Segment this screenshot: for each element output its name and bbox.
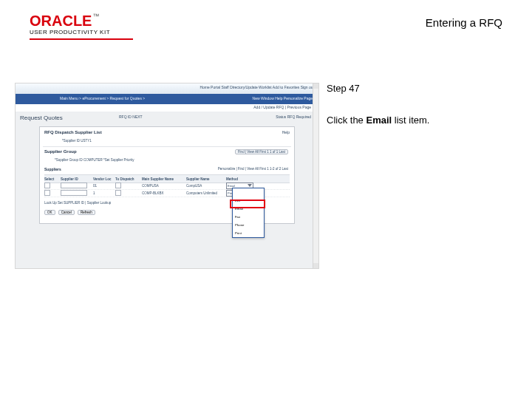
cell-supplier-name: CompUSA	[186, 184, 226, 188]
th-supplier-id: Supplier ID	[61, 177, 93, 181]
th-vendor: Vendor Loc	[93, 177, 115, 181]
modal-fieldrow: *Supplier Group ID COMPUTER *Set Supplie…	[55, 158, 134, 162]
modal-note: *Supplier ID USTY1	[62, 139, 92, 143]
modal-help-link: Help	[282, 130, 290, 134]
dropdown-item-email[interactable]: Email	[233, 205, 264, 213]
cell-supplier-id	[61, 183, 93, 188]
cell-supplier-name: Computers Unlimited	[186, 191, 226, 195]
scroll-up-icon	[313, 83, 318, 89]
brand-name: ORACLE	[30, 13, 92, 29]
modal-title: RFQ Dispatch Supplier List	[44, 130, 102, 134]
cell-supplier-id	[61, 190, 93, 196]
instruction-emphasis: Email	[366, 115, 392, 126]
modal-subhead: Suppliers	[44, 167, 61, 171]
brand-tm: ™	[92, 13, 99, 20]
screenshot-breadcrumb: Add / Update RFQ | Previous Page	[253, 105, 311, 109]
ok-button: OK	[44, 210, 55, 215]
page-root: ORACLE™ USER PRODUCTIVITY KIT Entering a…	[0, 0, 532, 399]
screenshot: Home Portal Staff Directory/Update Workl…	[15, 83, 319, 269]
cell-vendor: 01	[93, 184, 115, 188]
dropdown-item-print[interactable]: Print	[233, 229, 264, 237]
topic-title: Entering a RFQ	[426, 13, 502, 29]
checkbox-icon	[44, 183, 50, 188]
screenshot-top-links: Home Portal Staff Directory/Update Workl…	[200, 85, 314, 89]
brand-subtitle: USER PRODUCTIVITY KIT	[30, 30, 133, 35]
th-supplier-name: Supplier Name	[186, 177, 226, 181]
dropdown-item-blank[interactable]	[233, 188, 264, 197]
instruction-pre: Click the	[327, 115, 366, 126]
cell-main-name: COMPUSA	[142, 184, 186, 188]
screenshot-page-title: Request Quotes	[20, 115, 63, 121]
th-select: Select	[44, 177, 61, 181]
screenshot-subheader: Add / Update RFQ | Previous Page	[16, 104, 318, 112]
step-label: Step 47	[327, 83, 519, 94]
cell-vendor: 1	[93, 191, 115, 195]
screenshot-meta-right: Status RFQ Required	[276, 115, 311, 119]
cell-select	[44, 190, 61, 196]
screenshot-scrollbar	[313, 83, 318, 268]
modal-section: Supplier Group	[44, 149, 77, 154]
th-main-name: Main Supplier Name	[142, 177, 186, 181]
dropdown-item-edi[interactable]: EDI	[233, 197, 264, 205]
method-dropdown-list: EDI Email Fax Phone Print	[232, 188, 265, 238]
modal-button-row: OK Cancel Refresh	[44, 210, 98, 215]
cell-select	[44, 183, 61, 188]
cell-dispatch	[115, 183, 142, 188]
screenshot-nav-left: Main Menu > eProcurement > Request for Q…	[60, 96, 145, 100]
th-dispatch: To Dispatch	[115, 177, 142, 181]
instruction-panel: Step 47 Click the Email list item.	[327, 83, 519, 126]
screenshot-meta-left: RFQ ID NEXT	[119, 115, 143, 119]
header: ORACLE™ USER PRODUCTIVITY KIT Entering a…	[0, 0, 532, 44]
checkbox-icon	[44, 190, 50, 196]
checkbox-icon	[115, 183, 121, 188]
dropdown-item-phone[interactable]: Phone	[233, 221, 264, 229]
supplier-id-input	[61, 183, 87, 188]
cancel-button: Cancel	[58, 210, 75, 215]
modal-review-links: Find | View All First 1 1 of 1 Last	[235, 149, 288, 154]
brand-logo: ORACLE™ USER PRODUCTIVITY KIT	[30, 13, 133, 40]
supplier-id-input	[61, 190, 87, 196]
screenshot-modal: RFQ Dispatch Supplier List Help *Supplie…	[39, 126, 295, 224]
body: Home Portal Staff Directory/Update Workl…	[0, 83, 532, 269]
cell-main-name: COMP-BLKBX	[142, 191, 186, 195]
dropdown-item-fax[interactable]: Fax	[233, 213, 264, 221]
refresh-button: Refresh	[78, 210, 95, 215]
th-method: Method	[226, 177, 256, 181]
modal-divider	[43, 146, 291, 147]
modal-link-row: Look Up Set SUPPLIER ID | Supplier Looku…	[44, 201, 111, 205]
instruction-text: Click the Email list item.	[327, 115, 519, 126]
cell-dispatch	[115, 190, 142, 196]
checkbox-icon	[115, 190, 121, 196]
screenshot-nav-right: New Window Help Personalize Page	[253, 96, 313, 100]
brand-rule	[30, 38, 133, 40]
modal-pager: Personalize | Find | View All First 1 1-…	[218, 167, 288, 171]
screenshot-topbar: Home Portal Staff Directory/Update Workl…	[16, 83, 318, 94]
scroll-down-icon	[313, 263, 318, 268]
instruction-post: list item.	[392, 115, 429, 126]
